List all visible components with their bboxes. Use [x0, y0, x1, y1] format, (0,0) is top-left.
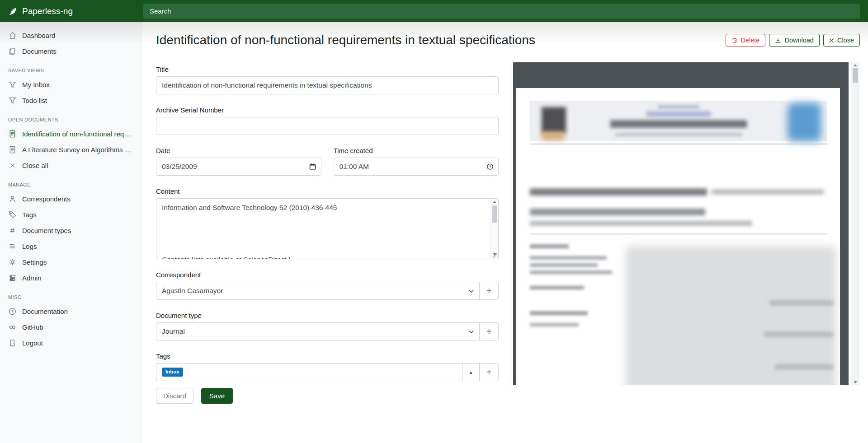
blurred-line — [530, 256, 607, 260]
publisher-logo — [542, 107, 566, 133]
sidebar: Dashboard Documents SAVED VIEWS My Inbox — [0, 22, 142, 443]
blurred-line — [646, 112, 711, 117]
blurred-line — [658, 105, 699, 109]
blurred-line — [775, 364, 833, 369]
time-input[interactable] — [334, 158, 499, 176]
blurred-line — [764, 332, 833, 337]
content-textarea[interactable]: Information and Software Technology 52 (… — [156, 198, 499, 259]
add-document-type-button[interactable]: + — [479, 322, 499, 340]
trash-icon — [731, 37, 738, 44]
blurred-line — [769, 300, 833, 305]
content-scroll-thumb[interactable] — [492, 205, 497, 223]
field-tags: Tags Inbox ▲ + — [156, 352, 499, 381]
publisher-logo-base — [542, 132, 564, 140]
scroll-up-icon[interactable] — [854, 64, 857, 66]
save-button[interactable]: Save — [201, 388, 233, 404]
search-input[interactable] — [143, 4, 860, 19]
document-type-select[interactable]: Journal — [156, 322, 480, 340]
tags-input[interactable]: Inbox — [156, 363, 462, 381]
person-icon — [8, 195, 17, 203]
toggles-icon — [8, 274, 17, 282]
asn-label: Archive Serial Number — [156, 106, 499, 114]
download-button[interactable]: Download — [769, 34, 820, 47]
title-input[interactable] — [156, 76, 499, 94]
delete-button[interactable]: Delete — [726, 34, 766, 47]
sidebar-item-todo-list[interactable]: Todo list — [0, 93, 141, 108]
field-time: Time created — [334, 147, 499, 176]
pdf-scroll-thumb[interactable] — [853, 68, 858, 83]
content-scrollbar[interactable] — [491, 199, 498, 259]
blurred-paper-title — [530, 188, 707, 196]
brand-link[interactable]: Paperless-ng — [0, 6, 142, 16]
sidebar-item-documentation[interactable]: ? Documentation — [0, 303, 141, 319]
section-open-documents: OPEN DOCUMENTS — [0, 108, 141, 126]
sidebar-item-admin[interactable]: Admin — [0, 270, 141, 286]
file-text-icon — [8, 130, 17, 138]
field-document-type: Document type Journal + — [156, 312, 499, 340]
field-correspondent: Correspondent Agustin Casamayor + — [156, 271, 499, 300]
clock-icon[interactable] — [486, 163, 494, 170]
section-saved-views: SAVED VIEWS — [0, 59, 141, 77]
resize-grip[interactable] — [493, 253, 497, 258]
blurred-line — [530, 270, 612, 274]
file-text-icon — [8, 145, 17, 154]
sidebar-item-settings[interactable]: Settings — [0, 254, 141, 270]
scroll-down-icon[interactable] — [854, 381, 857, 383]
sidebar-item-close-all[interactable]: Close all — [0, 158, 141, 173]
field-asn: Archive Serial Number — [156, 106, 499, 135]
sidebar-item-correspondents[interactable]: Correspondents — [0, 191, 141, 207]
add-tag-button[interactable]: + — [479, 363, 499, 381]
list-icon — [8, 242, 17, 251]
sidebar-item-documents[interactable]: Documents — [0, 43, 141, 59]
blurred-authors — [530, 209, 705, 215]
sidebar-item-github[interactable]: GitHub — [0, 319, 141, 335]
blurred-paper-title-tail — [712, 189, 824, 195]
document-edit-form: Title Archive Serial Number Date — [156, 65, 499, 404]
sidebar-item-tags[interactable]: Tags — [0, 207, 141, 223]
asn-input[interactable] — [156, 117, 499, 135]
filter-icon — [8, 96, 17, 105]
sidebar-item-dashboard[interactable]: Dashboard — [0, 28, 141, 43]
filter-icon — [8, 80, 17, 89]
blurred-line — [530, 286, 584, 289]
sidebar-item-logout[interactable]: Logout — [0, 335, 141, 351]
field-content: Content Information and Software Technol… — [156, 187, 499, 259]
blurred-line — [530, 244, 569, 248]
tags-label: Tags — [156, 352, 499, 360]
pdf-toolbar[interactable] — [513, 62, 849, 88]
journal-logo — [788, 103, 821, 141]
document-actions: Delete Download Close — [726, 34, 860, 47]
field-date: Date — [156, 147, 321, 176]
sidebar-item-my-inbox[interactable]: My Inbox — [0, 77, 141, 93]
blurred-journal-title — [610, 120, 747, 128]
tag-icon — [8, 210, 17, 219]
blurred-line — [615, 133, 742, 136]
pdf-viewer — [513, 62, 849, 385]
pdf-scrollbar[interactable] — [851, 62, 859, 385]
calendar-icon[interactable] — [309, 163, 316, 171]
scroll-up-icon[interactable] — [493, 201, 496, 203]
date-input[interactable] — [156, 158, 321, 176]
add-correspondent-button[interactable]: + — [479, 282, 499, 300]
correspondent-label: Correspondent — [156, 271, 499, 279]
document-header: Identification of non-functional require… — [156, 28, 860, 53]
sidebar-open-doc-2[interactable]: A Literature Survey on Algorithms for Mu… — [0, 142, 141, 158]
document-type-label: Document type — [156, 312, 499, 319]
chevron-down-icon — [469, 287, 474, 295]
x-icon — [8, 161, 17, 170]
sidebar-item-document-types[interactable]: # Document types — [0, 223, 141, 238]
feather-icon — [8, 7, 17, 16]
blurred-line — [530, 323, 579, 326]
discard-button[interactable]: Discard — [156, 388, 193, 404]
tag-badge-inbox[interactable]: Inbox — [162, 368, 183, 377]
sidebar-item-logs[interactable]: Logs — [0, 238, 141, 254]
sidebar-open-doc-1[interactable]: Identification of non-functional require… — [0, 126, 141, 142]
house-icon — [8, 31, 17, 40]
door-icon — [8, 339, 17, 347]
close-button[interactable]: Close — [823, 34, 860, 47]
gear-icon — [8, 258, 17, 266]
svg-text:?: ? — [11, 309, 14, 314]
time-label: Time created — [334, 147, 499, 154]
collapse-tags-button[interactable]: ▲ — [462, 363, 480, 381]
correspondent-select[interactable]: Agustin Casamayor — [156, 282, 480, 300]
